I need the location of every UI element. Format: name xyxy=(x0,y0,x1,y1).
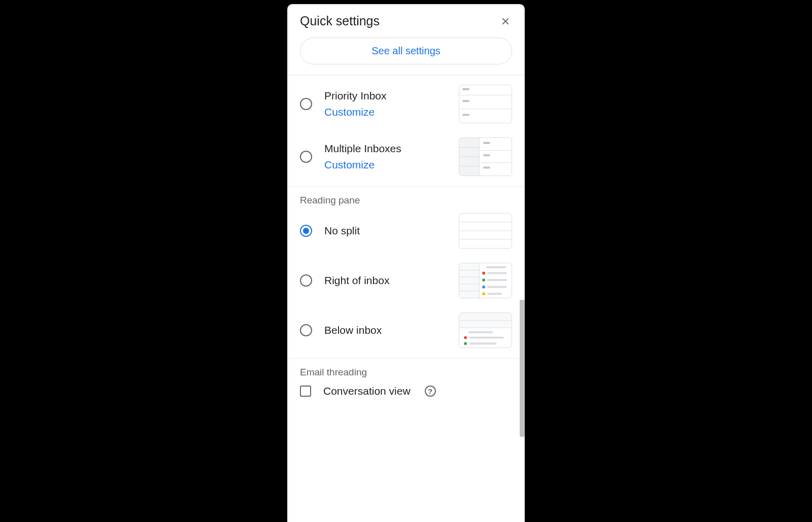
svg-rect-25 xyxy=(486,266,506,268)
conversation-view-row[interactable]: Conversation view ? xyxy=(300,385,512,397)
conversation-view-checkbox[interactable] xyxy=(300,386,311,397)
customize-multiple-link[interactable]: Customize xyxy=(324,159,447,171)
radio-below-inbox[interactable] xyxy=(300,324,312,336)
radio-right-of-inbox[interactable] xyxy=(300,274,312,287)
option-label: Below inbox xyxy=(324,324,447,336)
preview-below-inbox xyxy=(459,312,512,348)
svg-rect-33 xyxy=(487,293,502,295)
preview-multiple-inboxes xyxy=(459,137,512,176)
radio-no-split[interactable] xyxy=(300,225,312,237)
inbox-type-section: Priority Inbox Customize xyxy=(289,75,523,187)
inbox-option-multiple[interactable]: Multiple Inboxes Customize xyxy=(300,137,512,176)
option-label: Priority Inbox xyxy=(324,90,447,102)
svg-rect-29 xyxy=(487,279,507,281)
radio-multiple-inboxes[interactable] xyxy=(300,151,312,163)
svg-point-32 xyxy=(482,292,485,295)
customize-priority-link[interactable]: Customize xyxy=(324,106,447,118)
preview-no-split xyxy=(459,213,512,249)
option-label: Multiple Inboxes xyxy=(324,143,447,155)
section-title-email-threading: Email threading xyxy=(300,367,512,378)
radio-priority-inbox[interactable] xyxy=(300,98,312,110)
svg-rect-3 xyxy=(462,100,469,102)
close-icon xyxy=(500,16,511,27)
reading-pane-section: Reading pane No split xyxy=(289,187,523,359)
conversation-view-label: Conversation view xyxy=(323,385,411,397)
svg-point-40 xyxy=(464,342,467,345)
svg-rect-5 xyxy=(462,114,469,116)
scrollbar-thumb[interactable] xyxy=(520,300,525,437)
svg-point-38 xyxy=(464,336,467,339)
svg-rect-19 xyxy=(460,263,480,298)
preview-right-of-inbox xyxy=(459,263,512,298)
panel-header: Quick settings See all settings xyxy=(289,6,523,75)
svg-rect-39 xyxy=(469,337,504,339)
svg-rect-1 xyxy=(462,88,469,90)
svg-rect-31 xyxy=(487,286,507,288)
settings-body[interactable]: Priority Inbox Customize xyxy=(289,75,523,522)
section-title-reading-pane: Reading pane xyxy=(300,195,512,206)
see-all-settings-button[interactable]: See all settings xyxy=(300,38,512,64)
close-button[interactable] xyxy=(499,15,512,28)
reading-pane-option-below[interactable]: Below inbox xyxy=(300,312,512,348)
svg-point-26 xyxy=(482,272,485,275)
svg-rect-11 xyxy=(483,142,490,144)
email-threading-section: Email threading Conversation view ? xyxy=(289,359,523,407)
svg-rect-15 xyxy=(483,166,490,168)
panel-title: Quick settings xyxy=(300,14,380,28)
svg-rect-0 xyxy=(459,85,511,95)
quick-settings-panel: Quick settings See all settings Priority… xyxy=(289,6,523,522)
svg-rect-41 xyxy=(469,342,496,344)
svg-rect-37 xyxy=(468,331,493,333)
option-label: Right of inbox xyxy=(324,274,447,287)
inbox-option-priority[interactable]: Priority Inbox Customize xyxy=(300,85,512,123)
help-icon[interactable]: ? xyxy=(425,386,436,397)
reading-pane-option-no-split[interactable]: No split xyxy=(300,213,512,249)
reading-pane-option-right[interactable]: Right of inbox xyxy=(300,263,512,298)
svg-rect-13 xyxy=(483,154,490,156)
option-label: No split xyxy=(324,225,447,237)
svg-point-28 xyxy=(482,279,485,282)
svg-point-30 xyxy=(482,286,485,289)
preview-priority-inbox xyxy=(459,85,512,123)
svg-rect-27 xyxy=(487,272,507,274)
